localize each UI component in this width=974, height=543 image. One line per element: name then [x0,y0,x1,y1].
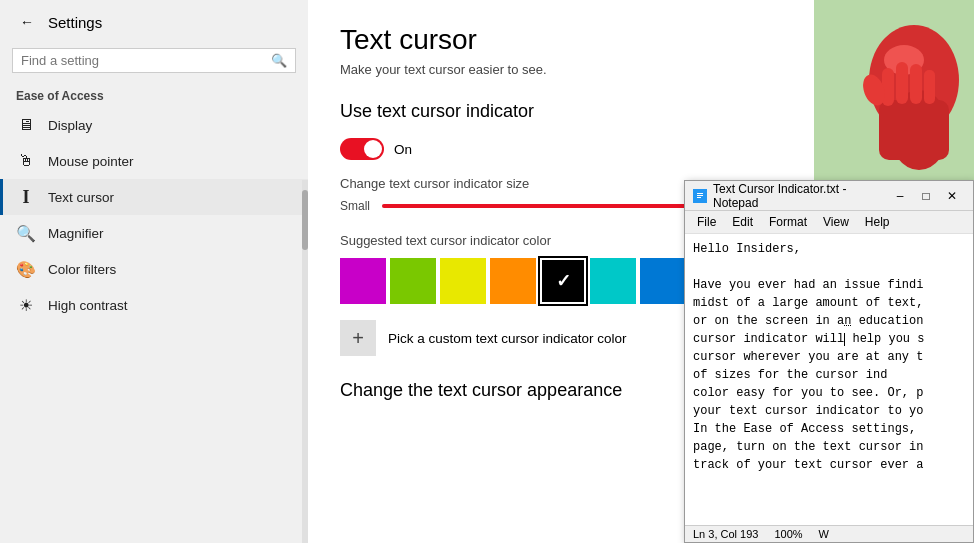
sidebar-item-color-filters-label: Color filters [48,262,116,277]
sidebar-item-text-cursor[interactable]: I Text cursor [0,179,308,215]
svg-rect-2 [697,195,703,196]
notepad-line-11: In the Ease of Access settings, [693,420,965,438]
notepad-app-icon [693,189,707,203]
sidebar-item-color-filters[interactable]: 🎨 Color filters [0,251,308,287]
sidebar-header: ← Settings [0,0,308,44]
notepad-close-button[interactable]: ✕ [939,185,965,207]
display-icon: 🖥 [16,115,36,135]
sidebar-item-mouse-pointer-label: Mouse pointer [48,154,134,169]
notepad-content[interactable]: Hello Insiders, Have you ever had an iss… [685,234,973,525]
svg-rect-10 [896,62,908,104]
sidebar-title: Settings [48,14,102,31]
sidebar-item-display[interactable]: 🖥 Display [0,107,308,143]
search-input[interactable] [21,53,265,68]
notepad-menu-format[interactable]: Format [761,213,815,231]
svg-rect-3 [697,197,701,198]
notepad-status-encoding: W [819,528,829,540]
sidebar-item-high-contrast-label: High contrast [48,298,128,313]
notepad-line-6: cursor indicator will help you s [693,330,965,348]
color-filters-icon: 🎨 [16,259,36,279]
text-cursor-icon: I [16,187,36,207]
notepad-line-13: track of your text cursor ever a [693,456,965,474]
color-swatch-2[interactable] [440,258,486,304]
notepad-title-text: Text Cursor Indicator.txt - Notepad [713,182,881,210]
sidebar-item-magnifier-label: Magnifier [48,226,104,241]
sidebar: ← Settings 🔍 Ease of Access 🖥 Display 🖱 … [0,0,308,543]
notepad-maximize-button[interactable]: □ [913,185,939,207]
notepad-line-12: page, turn on the text cursor in [693,438,965,456]
sidebar-item-display-label: Display [48,118,92,133]
notepad-line-8: of sizes for the cursor ind [693,366,965,384]
notepad-window: Text Cursor Indicator.txt - Notepad – □ … [684,180,974,543]
notepad-line-5: or on the screen in an education [693,312,965,330]
notepad-menu-view[interactable]: View [815,213,857,231]
notepad-line-2 [693,258,965,276]
notepad-line-9: color easy for you to see. Or, p [693,384,965,402]
svg-rect-1 [697,193,703,194]
notepad-menu-file[interactable]: File [689,213,724,231]
color-swatch-6[interactable] [640,258,686,304]
pick-custom-label: Pick a custom text cursor indicator colo… [388,331,627,346]
background-image-area [814,0,974,190]
sidebar-item-magnifier[interactable]: 🔍 Magnifier [0,215,308,251]
color-swatch-1[interactable] [390,258,436,304]
search-box: 🔍 [12,48,296,73]
toggle-state-label: On [394,142,412,157]
slider-min-label: Small [340,199,370,213]
notepad-line-7: cursor wherever you are at any t [693,348,965,366]
color-swatch-5[interactable] [590,258,636,304]
toggle-switch[interactable] [340,138,384,160]
main-content: Text cursor Make your text cursor easier… [308,0,974,543]
notepad-status-zoom: 100% [774,528,802,540]
notepad-menubar: File Edit Format View Help [685,211,973,234]
toggle-thumb [364,140,382,158]
mouse-pointer-icon: 🖱 [16,151,36,171]
slider-fill [382,204,718,208]
notepad-line-4: midst of a large amount of text, [693,294,965,312]
section-label: Ease of Access [0,81,308,107]
svg-rect-11 [910,64,922,104]
notepad-line-1: Hello Insiders, [693,240,965,258]
sidebar-item-mouse-pointer[interactable]: 🖱 Mouse pointer [0,143,308,179]
notepad-statusbar: Ln 3, Col 193 100% W [685,525,973,542]
sidebar-item-text-cursor-label: Text cursor [48,190,114,205]
sidebar-item-high-contrast[interactable]: ☀ High contrast [0,287,308,323]
color-swatch-4[interactable] [540,258,586,304]
notepad-status-line: Ln 3, Col 193 [693,528,758,540]
magnifier-icon: 🔍 [16,223,36,243]
notepad-menu-edit[interactable]: Edit [724,213,761,231]
notepad-titlebar: Text Cursor Indicator.txt - Notepad – □ … [685,181,973,211]
svg-rect-8 [879,100,949,160]
notepad-menu-help[interactable]: Help [857,213,898,231]
svg-rect-12 [924,70,935,104]
notepad-line-10: your text cursor indicator to yo [693,402,965,420]
pick-custom-button[interactable]: + [340,320,376,356]
notepad-controls: – □ ✕ [887,185,965,207]
back-button[interactable]: ← [16,10,38,34]
search-icon: 🔍 [271,53,287,68]
color-swatch-0[interactable] [340,258,386,304]
notepad-minimize-button[interactable]: – [887,185,913,207]
color-swatch-3[interactable] [490,258,536,304]
high-contrast-icon: ☀ [16,295,36,315]
notepad-line-3: Have you ever had an issue findi [693,276,965,294]
